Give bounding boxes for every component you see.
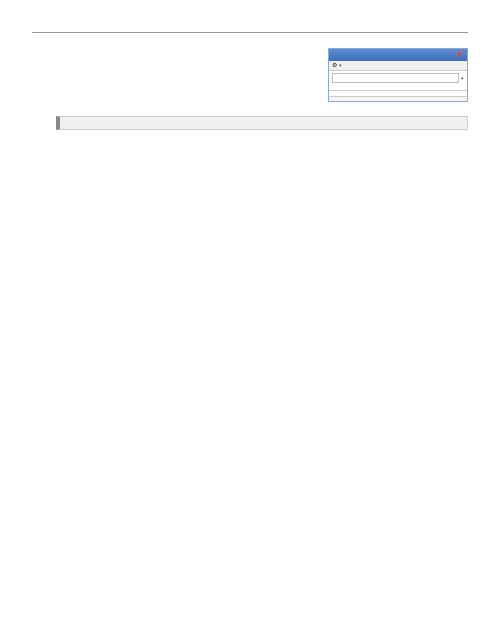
class-view-tabs[interactable] bbox=[329, 96, 467, 101]
class-view-search-input[interactable] bbox=[332, 73, 459, 83]
chevron-down-icon[interactable] bbox=[461, 75, 464, 82]
class-view-titlebar: 📌 bbox=[329, 49, 467, 61]
figure-column: 📌 ⚙ bbox=[328, 48, 468, 106]
chevron-down-icon[interactable] bbox=[339, 62, 342, 68]
class-view-tree-top[interactable] bbox=[329, 85, 467, 89]
class-view-panel: 📌 ⚙ bbox=[328, 48, 468, 102]
full-width-body bbox=[32, 116, 468, 130]
header-rule bbox=[32, 32, 468, 33]
pin-icon[interactable]: 📌 bbox=[455, 51, 463, 59]
class-view-toolbar: ⚙ bbox=[329, 61, 467, 71]
toolbar-icon[interactable]: ⚙ bbox=[332, 62, 337, 68]
class-view-search-row bbox=[329, 71, 467, 85]
pane-divider[interactable] bbox=[329, 90, 467, 91]
note-box bbox=[56, 116, 468, 130]
body-text-column bbox=[32, 48, 320, 54]
